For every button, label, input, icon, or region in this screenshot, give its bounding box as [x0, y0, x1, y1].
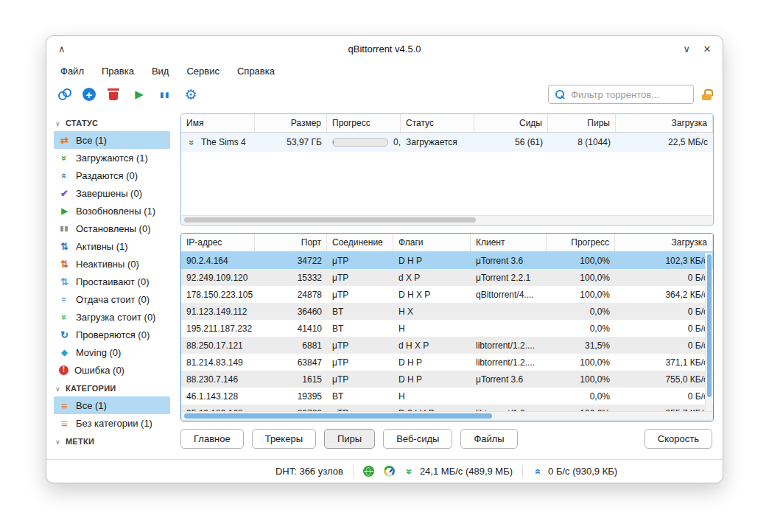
statusbar: DHT: 366 узлов 24,1 МБ/с (489,9 МБ) 0 Б/…: [46, 459, 723, 483]
tags-section-header[interactable]: МЕТКИ: [54, 432, 176, 449]
peer-port: 41410: [255, 323, 327, 334]
categories-header-label: КАТЕГОРИИ: [66, 384, 116, 393]
status-filter-moving[interactable]: Moving (0): [54, 343, 170, 361]
check-icon: [59, 188, 70, 199]
minimize-icon[interactable]: [684, 44, 691, 54]
status-filter-seeding[interactable]: Раздаются (0): [54, 167, 170, 184]
status-section-header[interactable]: СТАТУС: [54, 113, 176, 131]
category-filter-all[interactable]: Все (1): [54, 396, 170, 414]
peer-row[interactable]: 178.150.223.10524878μTPD H X PqBittorren…: [181, 286, 713, 303]
peers-hscrollbar[interactable]: [182, 411, 712, 420]
torrents-col-name[interactable]: Имя: [181, 114, 255, 132]
category-filter-list: Все (1)Без категории (1): [54, 396, 176, 432]
add-torrent-link-button[interactable]: [57, 86, 73, 102]
peer-rows: 90.2.4.16434722μTPD H PμTorrent 3.6100,0…: [181, 252, 713, 421]
peer-connection: μTP: [327, 374, 393, 385]
peers-col-progress[interactable]: Прогресс: [547, 234, 615, 251]
status-filter-checking[interactable]: Проверяются (0): [54, 326, 170, 343]
download-speed-text: 24,1 МБ/с (489,9 МБ): [420, 466, 513, 477]
status-filter-paused[interactable]: Остановлены (0): [54, 220, 170, 237]
filter-input[interactable]: [569, 88, 687, 101]
status-filter-stalled-uploading[interactable]: Отдача стоит (0): [54, 290, 170, 308]
torrents-hscrollbar[interactable]: [182, 215, 712, 224]
peers-col-client[interactable]: Клиент: [471, 234, 547, 251]
torrents-col-size[interactable]: Размер: [255, 114, 327, 132]
peer-ip: 91.123.149.112: [181, 307, 255, 317]
add-torrent-file-button[interactable]: [82, 88, 96, 101]
torrent-filter-box: [548, 85, 694, 104]
peer-download: 102,3 КБ/с: [615, 256, 713, 266]
pause-icon: [59, 223, 70, 234]
peers-col-port[interactable]: Порт: [255, 234, 327, 251]
status-filter-label: Неактивны (0): [76, 259, 139, 270]
peer-row[interactable]: 92.249.109.12015332μTPd X PμTorrent 2.2.…: [181, 269, 713, 286]
download-speed: 24,1 МБ/с (489,9 МБ): [404, 466, 513, 477]
chevrons-down-icon: [59, 153, 70, 164]
peers-col-connection[interactable]: Соединение: [327, 234, 393, 251]
scrollbar-thumb[interactable]: [707, 254, 712, 397]
peers-col-ip[interactable]: IP-адрес: [181, 234, 255, 251]
peer-row[interactable]: 90.2.4.16434722μTPD H PμTorrent 3.6100,0…: [181, 252, 713, 269]
pause-torrent-button[interactable]: [157, 86, 173, 102]
tab-trackers[interactable]: Трекеры: [252, 429, 316, 449]
torrents-col-progress[interactable]: Прогресс: [327, 114, 401, 132]
peer-row[interactable]: 88.230.7.1461615μTPD H PμTorrent 3.6100,…: [181, 371, 713, 388]
torrent-peers: 8 (1044): [548, 137, 616, 147]
peers-col-flags[interactable]: Флаги: [393, 234, 471, 251]
separator: [353, 466, 354, 477]
torrent-row[interactable]: The Sims 453,97 ГБ0,8%Загружается56 (61)…: [181, 133, 713, 152]
status-filter-inactive[interactable]: Неактивны (0): [54, 255, 170, 273]
peer-row[interactable]: 195.211.187.23241410BTH0,0%0 Б/с: [181, 320, 713, 337]
torrent-progress-cell: 0,8%: [327, 137, 401, 147]
peer-port: 63847: [255, 357, 327, 368]
torrent-name-cell: The Sims 4: [181, 137, 255, 148]
peer-row[interactable]: 81.214.83.14963847μTPD H Plibtorrent/1.2…: [181, 354, 713, 371]
status-filter-active[interactable]: Активны (1): [54, 237, 170, 255]
status-filter-completed[interactable]: Завершены (0): [54, 184, 170, 202]
category-filter-uncategorized[interactable]: Без категории (1): [54, 414, 170, 432]
menu-tools[interactable]: Сервис: [180, 63, 226, 80]
torrents-col-status[interactable]: Статус: [401, 114, 474, 132]
peer-row[interactable]: 46.1.143.12819395BTH0,0%0 Б/с: [181, 388, 713, 405]
peer-row[interactable]: 91.123.149.11236460BTH X0,0%0 Б/с: [181, 303, 713, 320]
menu-edit[interactable]: Правка: [95, 63, 141, 80]
sync-icon: [59, 329, 70, 340]
peer-row[interactable]: 88.250.17.1216881μTPd H X Plibtorrent/1.…: [181, 337, 713, 354]
error-icon: [59, 365, 69, 375]
status-filter-errored[interactable]: Ошибка (0): [54, 361, 170, 379]
categories-section-header[interactable]: КАТЕГОРИИ: [54, 379, 176, 396]
options-button[interactable]: [183, 86, 199, 102]
torrents-col-peers[interactable]: Пиры: [548, 114, 616, 132]
qbittorrent-window: qBittorrent v4.5.0 ФайлПравкаВидСервисСп…: [46, 35, 723, 483]
sidebar: СТАТУС Все (1)Загружаются (1)Раздаются (…: [46, 109, 176, 459]
tab-webseeds[interactable]: Веб-сиды: [383, 429, 452, 449]
delete-torrent-button[interactable]: [105, 86, 122, 102]
menu-help[interactable]: Справка: [231, 63, 281, 80]
peers-vscrollbar[interactable]: [705, 253, 712, 411]
speed-button[interactable]: Скорость: [645, 429, 712, 449]
torrents-col-download[interactable]: Загрузка: [616, 114, 713, 132]
status-filter-stalled[interactable]: Простаивают (0): [54, 273, 170, 290]
status-filter-resumed[interactable]: Возобновлены (1): [54, 202, 170, 220]
shade-icon[interactable]: [58, 44, 66, 54]
resume-torrent-button[interactable]: [131, 86, 147, 102]
speed-limits-icon[interactable]: [384, 466, 395, 477]
menu-view[interactable]: Вид: [145, 63, 176, 80]
connection-status-icon[interactable]: [363, 466, 374, 477]
peer-flags: D H P: [393, 374, 471, 385]
peers-col-download[interactable]: Загрузка: [615, 234, 713, 251]
peer-ip: 195.211.187.232: [181, 323, 255, 334]
scrollbar-thumb[interactable]: [184, 217, 476, 223]
tab-files[interactable]: Файлы: [460, 429, 517, 449]
menu-file[interactable]: Файл: [54, 63, 91, 80]
status-filter-stalled-downloading[interactable]: Загрузка стоит (0): [54, 308, 170, 326]
close-icon[interactable]: [703, 43, 711, 55]
tab-general[interactable]: Главное: [180, 429, 244, 449]
peer-ip: 90.2.4.164: [181, 256, 255, 266]
lock-icon[interactable]: [701, 89, 712, 100]
status-filter-downloading[interactable]: Загружаются (1): [54, 149, 170, 167]
scrollbar-thumb[interactable]: [184, 413, 492, 419]
status-filter-all[interactable]: Все (1): [54, 131, 170, 149]
torrents-col-seeds[interactable]: Сиды: [474, 114, 548, 132]
tab-peers[interactable]: Пиры: [324, 429, 375, 449]
